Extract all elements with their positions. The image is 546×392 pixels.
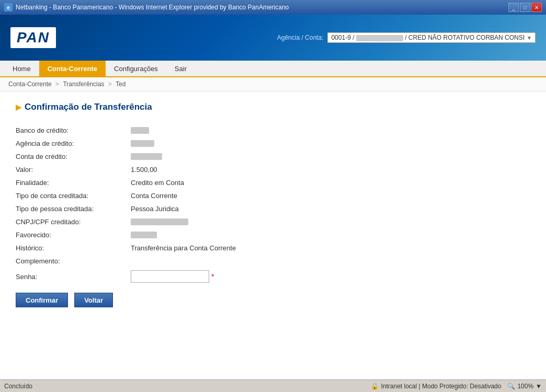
field-historico-label: Histórico:: [16, 244, 131, 252]
titlebar-left: e Netbanking - Banco Panamericano - Wind…: [4, 3, 289, 11]
field-complemento-label: Complemento:: [16, 257, 131, 265]
bank-header: PAN Agência / Conta: 0001-9 / / CRED NÃO…: [0, 15, 546, 61]
field-valor-value: 1.500,00: [131, 166, 157, 174]
field-favorecido-label: Favorecido:: [16, 231, 131, 239]
breadcrumb-item-1: Conta-Corrente: [8, 80, 52, 88]
breadcrumb-item-3: Ted: [116, 80, 126, 88]
lock-icon: 🔒: [371, 383, 379, 390]
breadcrumb-item-2: Transferências: [63, 80, 104, 88]
nav-configuracoes[interactable]: Configurações: [106, 61, 166, 76]
field-cnpj-label: CNPJ/CPF creditado:: [16, 218, 131, 226]
field-tipo-conta-label: Tipo de conta creditada:: [16, 192, 131, 200]
window-title: Netbanking - Banco Panamericano - Window…: [16, 4, 289, 11]
field-conta-value: [131, 153, 162, 160]
senha-input-wrap: *: [131, 270, 214, 283]
close-button[interactable]: ✕: [531, 3, 542, 12]
security-text: Intranet local | Modo Protegido: Desativ…: [381, 383, 501, 390]
field-favorecido: Favorecido:: [16, 228, 530, 241]
field-agencia-label: Agência de crédito:: [16, 140, 131, 147]
field-favorecido-value: [131, 232, 157, 238]
page-content: ▶ Confirmação de Transferência Banco de …: [0, 91, 546, 379]
buttons-row: Confirmar Voltar: [16, 293, 530, 307]
browser-content: PAN Agência / Conta: 0001-9 / / CRED NÃO…: [0, 15, 546, 379]
field-agencia: Agência de crédito:: [16, 137, 530, 150]
senha-input[interactable]: [131, 270, 209, 283]
zoom-icon: 🔍: [507, 383, 515, 390]
zoom-level: 100%: [517, 383, 533, 390]
account-info: Agência / Conta: 0001-9 / / CRED NÃO ROT…: [277, 32, 536, 43]
field-tipo-conta-value: Conta Corrente: [131, 192, 177, 200]
field-cnpj-value: [131, 218, 188, 225]
field-valor-label: Valor:: [16, 166, 131, 174]
field-conta-label: Conta de crédito:: [16, 153, 131, 160]
section-title-text: Confirmação de Transferência: [25, 102, 152, 112]
field-senha: Senha: *: [16, 268, 530, 285]
field-finalidade: Finalidade: Credito em Conta: [16, 176, 530, 189]
breadcrumb: Conta-Corrente > Transferências > Ted: [0, 77, 546, 91]
account-dropdown-text: 0001-9 / / CRED NÃO ROTATIVO CORBAN CONS…: [331, 34, 525, 41]
field-conta: Conta de crédito:: [16, 150, 530, 163]
nav-conta-corrente[interactable]: Conta-Corrente: [39, 61, 106, 76]
zoom-arrow-icon: ▼: [536, 383, 542, 390]
field-banco: Banco de crédito:: [16, 124, 530, 137]
titlebar: e Netbanking - Banco Panamericano - Wind…: [0, 0, 546, 15]
section-title: ▶ Confirmação de Transferência: [16, 102, 530, 112]
field-banco-value: [131, 127, 149, 134]
pan-logo-text: PAN: [10, 27, 56, 48]
zoom-control[interactable]: 🔍 100% ▼: [507, 383, 542, 390]
status-left: Concluído: [4, 383, 32, 390]
bank-logo: PAN: [10, 27, 56, 48]
breadcrumb-sep-2: >: [108, 80, 113, 88]
confirmar-button[interactable]: Confirmar: [16, 293, 68, 307]
field-senha-label: Senha:: [16, 273, 131, 281]
field-tipo-conta: Tipo de conta creditada: Conta Corrente: [16, 189, 530, 202]
nav-home[interactable]: Home: [4, 61, 39, 76]
account-number-blurred: [356, 35, 403, 41]
account-dropdown[interactable]: 0001-9 / / CRED NÃO ROTATIVO CORBAN CONS…: [327, 32, 536, 43]
field-finalidade-label: Finalidade:: [16, 179, 131, 187]
field-banco-label: Banco de crédito:: [16, 126, 131, 134]
nav-bar: Home Conta-Corrente Configurações Sair: [0, 61, 546, 77]
field-tipo-pessoa-value: Pessoa Juridica: [131, 205, 179, 213]
chevron-down-icon: ▼: [527, 35, 532, 41]
maximize-button[interactable]: □: [520, 3, 530, 12]
window-controls: _ □ ✕: [508, 3, 542, 12]
field-valor: Valor: 1.500,00: [16, 163, 530, 176]
field-cnpj: CNPJ/CPF creditado:: [16, 215, 530, 228]
section-title-arrow-icon: ▶: [16, 103, 21, 111]
field-historico-value: Transferência para Conta Corrente: [131, 244, 236, 252]
field-historico: Histórico: Transferência para Conta Corr…: [16, 241, 530, 255]
account-label: Agência / Conta:: [277, 34, 324, 41]
breadcrumb-sep-1: >: [55, 80, 61, 88]
minimize-button[interactable]: _: [508, 3, 519, 12]
field-complemento: Complemento:: [16, 255, 530, 268]
status-bar: Concluído 🔒 Intranet local | Modo Proteg…: [0, 379, 546, 392]
field-tipo-pessoa-label: Tipo de pessoa creditada:: [16, 205, 131, 213]
nav-sair[interactable]: Sair: [166, 61, 195, 76]
required-star: *: [211, 272, 214, 281]
browser-icon: e: [4, 3, 13, 11]
voltar-button[interactable]: Voltar: [74, 293, 113, 307]
status-right: 🔒 Intranet local | Modo Protegido: Desat…: [371, 383, 542, 390]
status-text: Concluído: [4, 383, 32, 390]
security-status: 🔒 Intranet local | Modo Protegido: Desat…: [371, 383, 501, 390]
field-agencia-value: [131, 140, 154, 147]
field-tipo-pessoa: Tipo de pessoa creditada: Pessoa Juridic…: [16, 202, 530, 215]
field-finalidade-value: Credito em Conta: [131, 179, 184, 187]
